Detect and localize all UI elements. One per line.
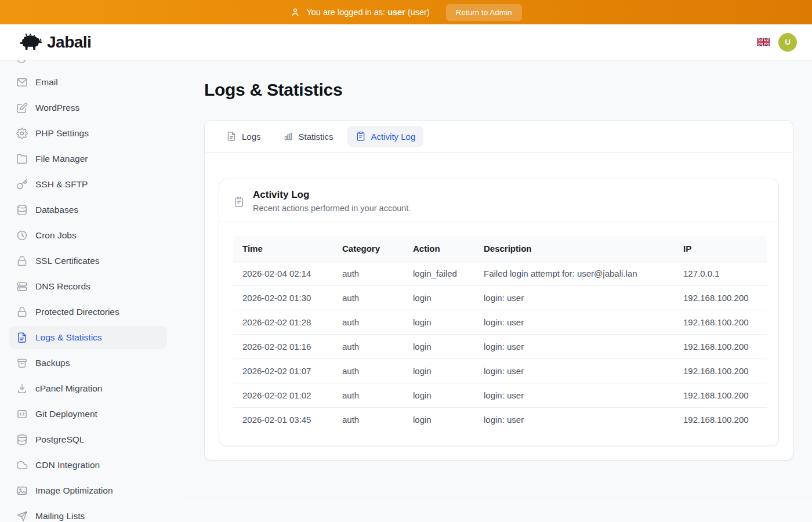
sidebar-item-file-manager[interactable]: File Manager [9,147,167,171]
cell-ip: 192.168.100.200 [674,359,767,383]
sidebar-item-label: Backups [35,358,70,368]
cell-category: auth [333,262,404,286]
cell-ip: 192.168.100.200 [674,310,767,335]
sidebar-item-dns-records[interactable]: DNS Records [9,275,167,298]
cell-ip: 192.168.100.200 [674,335,767,359]
clipboard-icon [233,190,245,213]
tab-panel: Activity Log Recent actions performed in… [205,153,793,460]
activity-table-head: TimeCategoryActionDescriptionIP [233,236,767,262]
sidebar-item-label: PostgreSQL [35,434,84,445]
tab-logs[interactable]: Logs [218,126,269,147]
sidebar-item-postgresql[interactable]: PostgreSQL [9,428,167,451]
sidebar-item-label: SSH & SFTP [35,179,88,190]
cell-ip: 192.168.100.200 [674,408,767,432]
user-avatar[interactable]: U [778,33,797,52]
sidebar-item-databases[interactable]: Databases [9,198,167,222]
sidebar: EmailWordPressPHP SettingsFile ManagerSS… [0,60,186,522]
sidebar-item-git-deployment[interactable]: Git Deployment [9,403,167,426]
cell-time: 2026-02-02 01:07 [233,359,333,383]
sidebar-item-label: SSL Certificates [35,256,100,266]
sidebar-item-label: File Manager [35,154,88,164]
tab-activity-log[interactable]: Activity Log [347,126,424,147]
cell-action: login [404,310,474,335]
sidebar-item-mailing-lists[interactable]: Mailing Lists [9,505,167,522]
sidebar-item-email[interactable]: Email [9,71,167,94]
key-icon [16,179,28,190]
mail-icon [16,77,28,88]
sidebar-item-cpanel-migration[interactable]: cPanel Migration [9,377,167,400]
database-icon [16,204,28,216]
server-icon [16,281,28,292]
cell-time: 2026-02-01 03:45 [233,408,333,432]
app-header: Jabali U [0,24,812,60]
bar-chart-icon [283,131,293,142]
sidebar-item-cdn-integration[interactable]: CDN Integration [9,454,167,477]
sidebar-item-backups[interactable]: Backups [9,351,167,375]
activity-table-body: 2026-02-04 02:14authlogin_failedFailed l… [233,262,767,432]
download-icon [16,383,28,394]
card-title: Activity Log [253,189,411,201]
cell-description: login: user [474,408,674,432]
topbar: You are logged in as: user (user) Return… [0,0,812,24]
tab-label: Activity Log [371,132,416,142]
sidebar-item-image-optimization[interactable]: Image Optimization [9,479,167,502]
sidebar-item-label: Databases [35,205,78,215]
tab-label: Logs [242,132,261,142]
activity-log-table-wrap: TimeCategoryActionDescriptionIP 2026-02-… [219,222,778,445]
column-header-time: Time [233,236,333,262]
sidebar-item-wordpress[interactable]: WordPress [9,96,167,119]
sidebar-item-ssh-sftp[interactable]: SSH & SFTP [9,173,167,196]
cell-time: 2026-02-02 01:16 [233,335,333,359]
activity-log-card: Activity Log Recent actions performed in… [219,179,779,446]
table-row: 2026-02-02 01:02authloginlogin: user192.… [233,383,767,408]
return-to-admin-button[interactable]: Return to Admin [446,4,522,21]
cell-category: auth [333,383,404,408]
sidebar-item-label: WordPress [35,103,79,113]
cell-time: 2026-02-02 01:28 [233,310,333,335]
cell-description: login: user [474,310,674,335]
tab-bar: LogsStatisticsActivity Log [205,121,793,153]
archive-icon [16,357,28,369]
main-content: Logs & Statistics LogsStatisticsActivity… [186,60,812,522]
cell-description: Failed login attempt for: user@jabali.la… [474,262,674,286]
table-row: 2026-02-02 01:16authloginlogin: user192.… [233,335,767,359]
tab-label: Statistics [299,132,334,142]
layout: EmailWordPressPHP SettingsFile ManagerSS… [0,60,812,522]
table-row: 2026-02-02 01:28authloginlogin: user192.… [233,310,767,335]
login-username: user [387,8,405,17]
activity-log-card-header: Activity Log Recent actions performed in… [219,179,778,222]
tab-statistics[interactable]: Statistics [275,126,342,147]
sidebar-item-label: Logs & Statistics [35,332,102,343]
sidebar-item-ssl-certificates[interactable]: SSL Certificates [9,249,167,273]
cell-action: login [404,408,474,432]
cell-category: auth [333,286,404,310]
cell-ip: 192.168.100.200 [674,286,767,310]
file-text-icon [226,131,237,142]
brand-name: Jabali [47,33,91,52]
table-row: 2026-02-02 01:30authloginlogin: user192.… [233,286,767,310]
lock-icon [16,255,28,267]
cell-time: 2026-02-04 02:14 [233,262,333,286]
sidebar-item-cron-jobs[interactable]: Cron Jobs [9,224,167,247]
sidebar-item-protected-directories[interactable]: Protected Directories [9,300,167,324]
boar-icon [15,32,42,53]
image-icon [16,485,28,496]
code-icon [16,408,28,420]
login-prefix: You are logged in as: [306,8,385,17]
column-header-description: Description [474,236,674,262]
uk-flag-icon[interactable] [757,38,770,46]
sidebar-item-label: CDN Integration [35,460,100,470]
folder-icon [16,153,28,165]
sidebar-item-php-settings[interactable]: PHP Settings [9,122,167,145]
card-subtitle: Recent actions performed in your account… [253,204,411,213]
sidebar-item-label: DNS Records [35,281,90,292]
brand[interactable]: Jabali [15,32,91,53]
sidebar-item-logs-statistics[interactable]: Logs & Statistics [9,326,167,349]
cell-time: 2026-02-02 01:02 [233,383,333,408]
login-status-text: You are logged in as: user (user) [306,8,429,17]
sidebar-nav: EmailWordPressPHP SettingsFile ManagerSS… [9,71,167,522]
sidebar-item-label: cPanel Migration [35,383,102,394]
footer-divider [186,498,812,498]
cell-description: login: user [474,335,674,359]
sidebar-item-label: Protected Directories [35,307,119,317]
